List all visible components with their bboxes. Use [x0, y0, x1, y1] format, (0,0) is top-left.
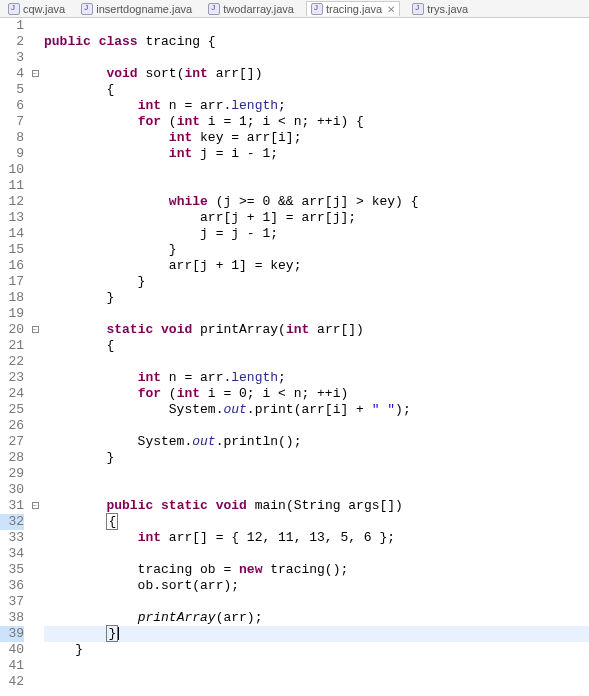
fold-cell — [30, 514, 40, 530]
line-number: 12 — [0, 194, 24, 210]
java-file-icon — [8, 3, 20, 15]
fold-cell — [30, 114, 40, 130]
line-number: 33 — [0, 530, 24, 546]
code-area[interactable]: public class tracing { void sort(int arr… — [40, 18, 589, 696]
code-line[interactable] — [44, 162, 589, 178]
fold-cell — [30, 642, 40, 658]
fold-cell — [30, 578, 40, 594]
code-line[interactable]: { — [44, 82, 589, 98]
code-line[interactable]: printArray(arr); — [44, 610, 589, 626]
fold-cell — [30, 626, 40, 642]
close-icon[interactable]: ✕ — [385, 4, 395, 15]
code-line[interactable] — [44, 658, 589, 674]
code-line[interactable]: } — [44, 274, 589, 290]
code-line[interactable]: void sort(int arr[]) — [44, 66, 589, 82]
code-line[interactable]: } — [44, 450, 589, 466]
code-line[interactable]: while (j >= 0 && arr[j] > key) { — [44, 194, 589, 210]
tab-label: cqw.java — [23, 3, 65, 15]
fold-cell — [30, 210, 40, 226]
fold-cell — [30, 290, 40, 306]
code-line[interactable]: arr[j + 1] = key; — [44, 258, 589, 274]
fold-cell — [30, 98, 40, 114]
line-number: 40 — [0, 642, 24, 658]
fold-cell — [30, 594, 40, 610]
code-line[interactable]: int n = arr.length; — [44, 98, 589, 114]
fold-cell[interactable]: − — [30, 66, 40, 82]
fold-cell — [30, 18, 40, 34]
line-number: 10 — [0, 162, 24, 178]
code-line[interactable] — [44, 50, 589, 66]
tab-file-3[interactable]: tracing.java ✕ — [306, 1, 400, 16]
line-number: 13 — [0, 210, 24, 226]
code-line[interactable]: for (int i = 0; i < n; ++i) — [44, 386, 589, 402]
fold-cell — [30, 658, 40, 674]
line-number: 4 — [0, 66, 24, 82]
tab-file-0[interactable]: cqw.java — [4, 2, 69, 16]
code-line[interactable] — [44, 466, 589, 482]
fold-gutter[interactable]: −−− — [30, 18, 40, 696]
fold-cell — [30, 194, 40, 210]
line-number: 22 — [0, 354, 24, 370]
code-line[interactable] — [44, 674, 589, 690]
code-line[interactable]: { — [44, 514, 589, 530]
fold-cell[interactable]: − — [30, 498, 40, 514]
line-number: 31 — [0, 498, 24, 514]
line-number: 30 — [0, 482, 24, 498]
tab-file-1[interactable]: insertdogname.java — [77, 2, 196, 16]
code-line[interactable]: tracing ob = new tracing(); — [44, 562, 589, 578]
tab-file-2[interactable]: twodarray.java — [204, 2, 298, 16]
code-editor[interactable]: 1234567891011121314151617181920212223242… — [0, 18, 589, 696]
line-number: 29 — [0, 466, 24, 482]
line-number: 20 — [0, 322, 24, 338]
code-line[interactable]: int arr[] = { 12, 11, 13, 5, 6 }; — [44, 530, 589, 546]
code-line[interactable]: int j = i - 1; — [44, 146, 589, 162]
code-line[interactable] — [44, 418, 589, 434]
line-number: 7 — [0, 114, 24, 130]
fold-cell — [30, 226, 40, 242]
code-line[interactable] — [44, 18, 589, 34]
code-line[interactable]: System.out.print(arr[i] + " "); — [44, 402, 589, 418]
code-line[interactable]: { — [44, 338, 589, 354]
fold-cell — [30, 162, 40, 178]
line-number: 14 — [0, 226, 24, 242]
code-line[interactable]: } — [44, 242, 589, 258]
line-number: 15 — [0, 242, 24, 258]
code-line[interactable]: int n = arr.length; — [44, 370, 589, 386]
code-line[interactable] — [44, 482, 589, 498]
code-line[interactable]: } — [44, 642, 589, 658]
line-number: 9 — [0, 146, 24, 162]
fold-cell — [30, 674, 40, 690]
fold-cell[interactable]: − — [30, 322, 40, 338]
fold-cell — [30, 562, 40, 578]
code-line[interactable] — [44, 546, 589, 562]
fold-cell — [30, 434, 40, 450]
code-line[interactable]: System.out.println(); — [44, 434, 589, 450]
fold-toggle-icon[interactable]: − — [32, 326, 39, 333]
code-line[interactable]: static void printArray(int arr[]) — [44, 322, 589, 338]
fold-cell — [30, 146, 40, 162]
code-line[interactable] — [44, 178, 589, 194]
fold-cell — [30, 274, 40, 290]
code-line[interactable]: ob.sort(arr); — [44, 578, 589, 594]
tab-label: twodarray.java — [223, 3, 294, 15]
code-line[interactable]: int key = arr[i]; — [44, 130, 589, 146]
code-line[interactable]: } — [44, 290, 589, 306]
tab-label: trys.java — [427, 3, 468, 15]
line-number: 2 — [0, 34, 24, 50]
code-line[interactable] — [44, 354, 589, 370]
code-line[interactable]: public class tracing { — [44, 34, 589, 50]
code-line[interactable] — [44, 594, 589, 610]
fold-toggle-icon[interactable]: − — [32, 502, 39, 509]
code-line[interactable]: } — [44, 626, 589, 642]
code-line[interactable]: public static void main(String args[]) — [44, 498, 589, 514]
line-number: 19 — [0, 306, 24, 322]
code-line[interactable]: j = j - 1; — [44, 226, 589, 242]
line-number: 21 — [0, 338, 24, 354]
code-line[interactable]: for (int i = 1; i < n; ++i) { — [44, 114, 589, 130]
tab-file-4[interactable]: trys.java — [408, 2, 472, 16]
line-number: 8 — [0, 130, 24, 146]
fold-toggle-icon[interactable]: − — [32, 70, 39, 77]
code-line[interactable] — [44, 306, 589, 322]
code-line[interactable]: arr[j + 1] = arr[j]; — [44, 210, 589, 226]
fold-cell — [30, 130, 40, 146]
